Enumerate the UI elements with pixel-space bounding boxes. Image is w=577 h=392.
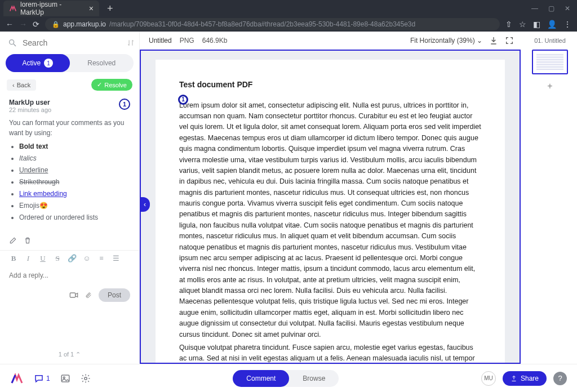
browser-tab[interactable]: lorem-ipsum - MarkUp ×	[3, 1, 99, 16]
tab-active-label: Active	[22, 59, 41, 67]
back-button[interactable]: ‹ Back	[7, 79, 36, 91]
app: Active 1 Resolved ‹ Back ✓ Resolve	[0, 32, 577, 392]
svg-rect-2	[70, 293, 75, 297]
format-strike-icon[interactable]: S	[53, 254, 62, 263]
help-button[interactable]: ?	[553, 372, 567, 385]
sidebar: Active 1 Resolved ‹ Back ✓ Resolve	[0, 32, 140, 364]
emoji-icon: 😍	[39, 202, 48, 210]
browser-chrome: lorem-ipsum - MarkUp × + — ▢ ✕ ← → ⟳ 🔒 a…	[0, 0, 577, 32]
thumbnail-panel: 01. Untitled +	[523, 32, 577, 364]
active-count-badge: 1	[44, 59, 53, 68]
bookmark-icon[interactable]: ☆	[519, 20, 526, 29]
bullet-lists: Ordered or unordered lists	[19, 213, 98, 221]
canvas-area: Untitled PNG 646.9Kb Fit Horizontally (3…	[140, 32, 523, 364]
annotation-marker[interactable]: 1	[178, 95, 188, 105]
comment-body: You can format your comments as you want…	[9, 118, 130, 222]
page-thumbnail[interactable]	[532, 50, 568, 74]
file-size: 646.9Kb	[202, 37, 228, 44]
reply-input[interactable]	[9, 271, 130, 279]
comment-author: MarkUp user	[9, 99, 51, 106]
comment-marker-badge: 1	[119, 99, 130, 110]
attach-icon[interactable]	[85, 291, 92, 299]
maximize-icon[interactable]: ▢	[548, 5, 554, 12]
close-window-icon[interactable]: ✕	[565, 5, 570, 12]
gear-icon[interactable]	[81, 373, 91, 384]
search-icon	[8, 38, 17, 47]
reply-toolbar: B I U S 🔗 ☺ ≡ ☰	[0, 250, 139, 266]
add-page-button[interactable]: +	[544, 80, 556, 92]
back-label: Back	[17, 82, 30, 88]
search-input[interactable]	[23, 38, 121, 47]
svg-point-4	[63, 377, 65, 378]
gallery-icon[interactable]	[60, 373, 70, 384]
svg-point-5	[84, 377, 87, 380]
lock-icon: 🔒	[52, 21, 60, 28]
bullet-underline: Underline	[19, 166, 48, 174]
collapse-sidebar-handle[interactable]: ‹	[140, 197, 150, 212]
format-underline-icon[interactable]: U	[38, 254, 47, 263]
format-ol-icon[interactable]: ≡	[97, 254, 106, 263]
url-path: /markup/709bea31-0f0d-48d4-b457-bf8a8ed7…	[109, 20, 415, 28]
svg-point-0	[10, 40, 14, 44]
file-name: Untitled	[149, 37, 172, 44]
resolve-button[interactable]: ✓ Resolve	[91, 79, 132, 91]
bullet-strike: Strikethrough	[19, 178, 59, 186]
tab-resolved[interactable]: Resolved	[70, 54, 134, 72]
comment-intro: You can format your comments as you want…	[9, 119, 124, 137]
mode-browse[interactable]: Browse	[289, 370, 339, 387]
format-italic-icon[interactable]: I	[24, 254, 33, 263]
format-link-icon[interactable]: 🔗	[68, 254, 77, 263]
reload-icon[interactable]: ⟳	[33, 20, 39, 29]
share-button[interactable]: Share	[503, 371, 547, 386]
extensions-icon[interactable]: ◧	[533, 20, 540, 29]
pager: 1 of 1 ⌃	[0, 345, 139, 364]
app-logo-icon[interactable]	[10, 372, 24, 385]
bottom-bar: 1 Comment Browse MU Share ?	[0, 364, 577, 392]
doc-paragraph: Lorem ipsum dolor sit amet, consectetur …	[179, 100, 481, 340]
format-ul-icon[interactable]: ☰	[112, 254, 121, 263]
comments-count: 1	[46, 375, 50, 382]
share-icon	[511, 375, 517, 382]
fullscreen-icon[interactable]	[505, 36, 514, 45]
comments-icon[interactable]: 1	[34, 373, 50, 384]
record-video-icon[interactable]	[69, 292, 78, 299]
back-icon[interactable]: ←	[6, 20, 14, 29]
profile-avatar-icon[interactable]: 👤	[547, 20, 557, 29]
download-icon[interactable]	[489, 36, 498, 45]
window-controls: — ▢ ✕	[531, 5, 577, 12]
svg-rect-3	[61, 375, 69, 382]
mode-comment[interactable]: Comment	[233, 370, 289, 387]
tab-title: lorem-ipsum - MarkUp	[20, 1, 86, 16]
menu-icon[interactable]: ⋮	[563, 20, 571, 29]
canvas-toolbar: Untitled PNG 646.9Kb Fit Horizontally (3…	[140, 32, 523, 50]
document-page: 1 Test document PDF Lorem ipsum dolor si…	[156, 60, 505, 364]
user-avatar[interactable]: MU	[481, 371, 496, 386]
tab-favicon	[9, 5, 17, 12]
file-type: PNG	[180, 37, 194, 44]
tab-active[interactable]: Active 1	[6, 54, 70, 72]
close-icon[interactable]: ×	[89, 4, 94, 13]
chevron-left-icon: ‹	[12, 82, 15, 88]
new-tab-button[interactable]: +	[103, 3, 118, 15]
bullet-italic: Italics	[19, 154, 37, 162]
url-bar[interactable]: 🔒 app.markup.io/markup/709bea31-0f0d-48d…	[45, 18, 500, 30]
format-bold-icon[interactable]: B	[9, 254, 18, 263]
post-button[interactable]: Post	[99, 288, 130, 302]
thumb-label: 01. Untitled	[534, 37, 566, 44]
minimize-icon[interactable]: —	[531, 5, 538, 12]
chevron-down-icon: ⌄	[477, 37, 482, 44]
chevron-up-icon[interactable]: ⌃	[76, 351, 81, 358]
url-host: app.markup.io	[63, 20, 106, 28]
bullet-bold: Bold text	[19, 142, 48, 150]
bullet-link[interactable]: Link embedding	[19, 190, 67, 198]
zoom-select[interactable]: Fit Horizontally (39%) ⌄	[410, 37, 482, 44]
check-icon: ✓	[97, 81, 102, 88]
trash-icon[interactable]	[24, 237, 32, 244]
edit-icon[interactable]	[9, 237, 17, 244]
doc-title: Test document PDF	[179, 79, 481, 91]
share-url-icon[interactable]: ⇧	[505, 20, 512, 29]
sort-icon[interactable]	[127, 39, 135, 47]
format-emoji-icon[interactable]: ☺	[82, 254, 91, 263]
document-viewport[interactable]: ‹ 1 Test document PDF Lorem ipsum dolor …	[140, 50, 521, 364]
forward-icon[interactable]: →	[19, 20, 27, 29]
